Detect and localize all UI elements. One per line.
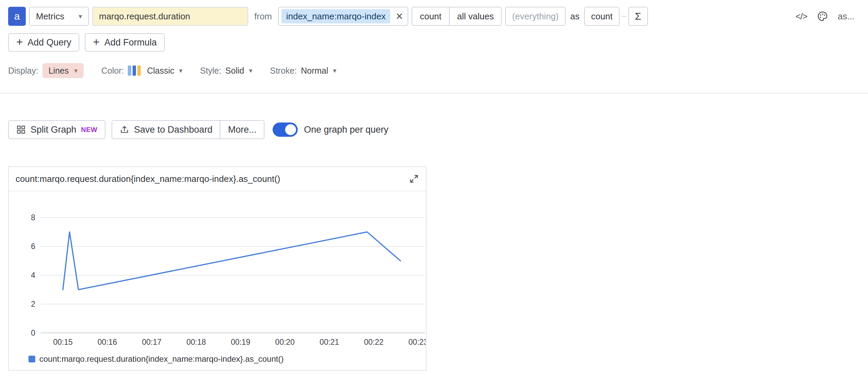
svg-text:6: 6 <box>31 242 35 251</box>
as-label: as <box>570 11 579 22</box>
graph-card: count:marqo.request.duration{index_name:… <box>8 166 427 371</box>
add-formula-label: Add Formula <box>104 37 157 48</box>
toggle-knob <box>285 124 296 135</box>
svg-text:00:18: 00:18 <box>186 338 206 346</box>
svg-text:00:19: 00:19 <box>231 338 251 346</box>
metrics-explorer: a Metrics ▾ marqo.request.duration from … <box>0 0 868 376</box>
palette-icon[interactable] <box>817 11 828 22</box>
line-chart[interactable]: 0246800:1500:1600:1700:1800:1900:2000:21… <box>9 191 426 351</box>
export-icon <box>120 125 129 134</box>
one-graph-per-query-label: One graph per query <box>304 125 388 135</box>
code-icon[interactable]: </> <box>795 11 807 22</box>
new-badge: NEW <box>81 126 97 134</box>
actions-row: + Add Query + Add Formula <box>8 33 860 52</box>
chevron-down-icon: ▾ <box>74 67 78 74</box>
svg-text:00:23: 00:23 <box>409 338 426 346</box>
data-source-label: Metrics <box>36 11 64 22</box>
add-formula-button[interactable]: + Add Formula <box>85 33 165 52</box>
more-label: More... <box>228 125 256 135</box>
plus-icon: + <box>93 36 99 48</box>
close-icon[interactable]: × <box>396 10 403 22</box>
graph-toolbar: Split Graph NEW Save to Dashboard More..… <box>8 120 860 139</box>
split-grid-icon <box>16 125 26 134</box>
display-type-select[interactable]: Lines ▾ <box>42 63 84 78</box>
stroke-label: Stroke: <box>270 66 297 76</box>
group-by-input[interactable]: (everything) <box>505 7 565 26</box>
add-query-label: Add Query <box>27 37 71 48</box>
graph-title: count:marqo.request.duration{index_name:… <box>16 174 280 184</box>
color-label: Color: <box>101 66 124 76</box>
svg-text:8: 8 <box>31 213 35 222</box>
section-divider <box>0 93 868 94</box>
svg-text:00:15: 00:15 <box>53 338 73 346</box>
chevron-down-icon: ▾ <box>249 67 252 74</box>
stroke-select[interactable]: Normal ▾ <box>301 66 336 76</box>
pipe-connector <box>622 16 626 17</box>
expand-icon[interactable] <box>409 174 419 184</box>
style-select[interactable]: Solid ▾ <box>225 66 253 76</box>
color-palette-value: Classic <box>147 66 174 76</box>
filter-chip[interactable]: index_name:marqo-index <box>281 9 390 23</box>
display-options-row: Display: Lines ▾ Color: Classic ▾ Style:… <box>8 63 868 78</box>
dashboard-button-group: Save to Dashboard More... <box>112 120 264 139</box>
stroke-value: Normal <box>301 66 328 76</box>
all-values-button[interactable]: all values <box>449 7 501 25</box>
display-type-value: Lines <box>48 66 69 76</box>
palette-swatch-icon <box>128 65 141 76</box>
data-source-select[interactable]: Metrics ▾ <box>29 7 89 26</box>
plus-icon: + <box>16 36 23 48</box>
svg-text:00:20: 00:20 <box>275 338 295 346</box>
chevron-down-icon: ▾ <box>79 13 82 20</box>
style-value: Solid <box>225 66 244 76</box>
aggregator-button[interactable]: count <box>412 7 449 25</box>
chevron-down-icon: ▾ <box>179 67 182 74</box>
svg-text:0: 0 <box>31 328 35 337</box>
sigma-button[interactable]: Σ <box>628 7 648 26</box>
legend-label: count:marqo.request.duration{index_name:… <box>39 354 283 364</box>
as-count-button[interactable]: count <box>584 7 619 26</box>
metric-input[interactable]: marqo.request.duration <box>92 7 248 26</box>
add-query-button[interactable]: + Add Query <box>8 33 79 52</box>
svg-text:4: 4 <box>31 271 35 280</box>
more-button[interactable]: More... <box>220 121 264 138</box>
query-letter-badge[interactable]: a <box>8 7 26 26</box>
query-right-tools: </> as... <box>795 11 854 22</box>
svg-text:2: 2 <box>31 300 35 308</box>
one-graph-per-query-toggle[interactable] <box>273 123 298 137</box>
filter-input[interactable]: index_name:marqo-index × <box>278 7 408 26</box>
save-to-dashboard-button[interactable]: Save to Dashboard <box>112 121 220 138</box>
query-row: a Metrics ▾ marqo.request.duration from … <box>8 7 860 26</box>
legend-swatch <box>28 356 35 362</box>
aggregation-group: count all values <box>412 7 502 26</box>
chevron-down-icon: ▾ <box>333 67 336 74</box>
group-by-placeholder: (everything) <box>512 11 558 22</box>
as-truncated-text: as... <box>838 11 854 22</box>
svg-text:00:22: 00:22 <box>364 338 384 346</box>
style-label: Style: <box>200 66 221 76</box>
graph-card-header: count:marqo.request.duration{index_name:… <box>9 167 426 191</box>
metric-input-value: marqo.request.duration <box>99 11 190 22</box>
from-label: from <box>254 11 272 22</box>
svg-text:00:17: 00:17 <box>142 338 162 346</box>
color-palette-select[interactable]: Classic ▾ <box>128 65 182 76</box>
split-graph-button[interactable]: Split Graph NEW <box>8 120 105 139</box>
save-to-dashboard-label: Save to Dashboard <box>134 125 212 135</box>
chart-legend[interactable]: count:marqo.request.duration{index_name:… <box>9 351 426 370</box>
display-label: Display: <box>8 66 38 76</box>
svg-text:00:16: 00:16 <box>98 338 117 346</box>
svg-text:00:21: 00:21 <box>320 338 339 346</box>
split-graph-label: Split Graph <box>31 125 76 135</box>
